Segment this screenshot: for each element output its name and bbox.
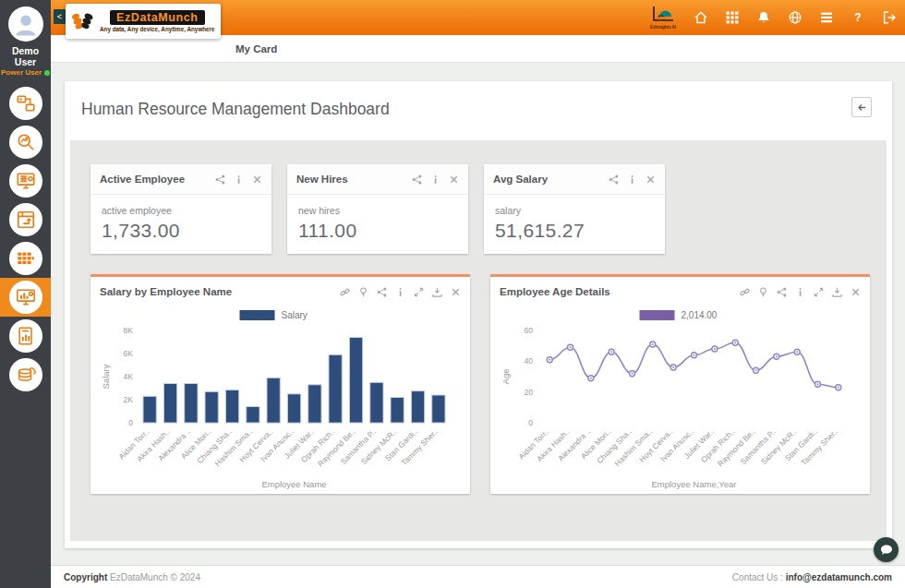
close-icon[interactable] (449, 174, 459, 185)
logo-title: EzDataMunch (110, 10, 205, 25)
svg-text:Salary: Salary (101, 364, 111, 389)
kpi-value: 111.00 (298, 220, 457, 242)
share-icon[interactable] (377, 287, 387, 297)
globe-icon[interactable] (789, 11, 802, 24)
sidebar-item-data-connector[interactable] (0, 84, 51, 123)
logout-icon[interactable] (883, 11, 896, 24)
svg-text:2,014.00: 2,014.00 (682, 310, 718, 320)
salary-bar-chart[interactable]: Salary02K4K6K8KSalaryAidan Torr..Akira H… (90, 306, 470, 491)
info-icon[interactable] (795, 287, 805, 297)
data-warehouse-icon (16, 365, 36, 385)
kpi-title: Avg Salary (493, 174, 548, 185)
svg-text:Employee Name: Employee Name (261, 479, 326, 489)
svg-text:Age: Age (501, 369, 511, 385)
svg-text:0: 0 (128, 418, 133, 427)
download-icon[interactable] (832, 287, 842, 297)
user-profile: Demo User Power User (0, 0, 51, 77)
kpi-value: 51,615.27 (495, 220, 654, 242)
person-icon (12, 10, 40, 38)
kpi-card-active-employee: Active Employee active employee 1,733.00 (90, 164, 272, 254)
tab-bar: My Card (51, 35, 905, 63)
user-name: Demo User (0, 45, 51, 67)
kpi-card-avg-salary: Avg Salary salary 51,615.27 (484, 164, 665, 254)
dashboard-canvas: Active Employee active employee 1,733.00… (70, 140, 887, 541)
notifications-bell-icon[interactable] (757, 11, 770, 24)
svg-text:Employee Name,Year: Employee Name,Year (651, 479, 736, 489)
kpi-title: Active Employee (100, 174, 185, 185)
tab-my-card[interactable]: My Card (235, 43, 277, 54)
data-grid-monitor-icon (16, 171, 36, 191)
info-icon[interactable] (234, 174, 244, 185)
svg-text:60: 60 (525, 326, 534, 335)
help-icon[interactable]: ? (851, 11, 864, 24)
expand-icon[interactable] (814, 287, 824, 297)
user-role: Power User (1, 68, 42, 77)
share-icon[interactable] (777, 287, 787, 297)
sidebar-item-search-insights[interactable] (0, 123, 51, 162)
svg-text:20: 20 (525, 388, 534, 397)
svg-text:6K: 6K (124, 349, 134, 358)
ezinsights-logo[interactable]: EzInsights AI (650, 6, 676, 30)
sidebar-item-data-grid[interactable] (0, 162, 51, 200)
chart-title: Employee Age Details (500, 286, 610, 297)
handshake-logo-icon (71, 10, 95, 32)
chat-button[interactable] (874, 537, 899, 562)
sidebar-item-report[interactable] (0, 317, 51, 355)
kpi-label: active employee (102, 205, 260, 216)
task-list-icon[interactable] (820, 11, 833, 24)
avatar[interactable] (8, 6, 43, 42)
info-icon[interactable] (627, 174, 637, 185)
expand-icon[interactable] (414, 287, 424, 297)
download-icon[interactable] (432, 287, 442, 297)
kpi-value: 1,733.00 (102, 220, 260, 242)
chart-title: Salary by Employee Name (100, 286, 232, 297)
kpi-label: new hires (298, 205, 457, 216)
data-connector-icon (16, 93, 36, 114)
info-icon[interactable] (395, 287, 405, 297)
info-icon[interactable] (430, 174, 440, 185)
online-status-dot (44, 70, 50, 76)
sidebar-item-data-blocks[interactable] (0, 239, 51, 278)
page-title: Human Resource Management Dashboard (81, 100, 390, 119)
sidebar-item-data-warehouse[interactable] (0, 355, 51, 394)
close-icon[interactable] (646, 174, 656, 185)
svg-text:Salary: Salary (282, 310, 308, 320)
contact-text: Contact Us : info@ezdatamunch.com (732, 572, 892, 582)
back-button[interactable] (851, 97, 872, 117)
insight-bulb-icon[interactable] (758, 287, 768, 297)
dashboard-icon (16, 287, 36, 307)
age-line-chart[interactable]: 2,014.000204060AgeAidan Torr..Akira Hash… (490, 306, 870, 491)
ezinsights-chart-icon (651, 6, 675, 24)
contact-email[interactable]: info@ezdatamunch.com (786, 572, 892, 582)
chart-card-salary-by-employee: Salary by Employee Name Salary02K4K6K8KS… (90, 274, 470, 494)
apps-grid-icon[interactable] (726, 11, 739, 24)
chat-bubble-icon (880, 545, 893, 556)
kpi-title: New Hires (296, 174, 348, 185)
home-icon[interactable] (694, 11, 707, 24)
footer: Copyright EzDataMunch © 2024 Contact Us … (51, 565, 905, 588)
share-icon[interactable] (412, 174, 422, 185)
charts-row: Salary by Employee Name Salary02K4K6K8KS… (70, 254, 887, 494)
ezdatamunch-logo[interactable]: EzDataMunch Any data, Any device, Anytim… (66, 4, 221, 39)
link-icon[interactable] (340, 287, 350, 297)
kpi-label: salary (495, 205, 654, 216)
share-icon[interactable] (215, 174, 225, 185)
insight-bulb-icon[interactable] (358, 287, 368, 297)
sidebar-item-app-window[interactable] (0, 200, 51, 239)
sidebar-nav (0, 84, 51, 394)
svg-text:2K: 2K (124, 395, 134, 404)
sidebar-item-dashboard[interactable] (0, 278, 51, 317)
dashboard-panel: Human Resource Management Dashboard Acti… (65, 81, 892, 548)
close-icon[interactable] (451, 287, 461, 297)
share-icon[interactable] (609, 174, 619, 185)
ezinsights-caption: EzInsights AI (650, 25, 676, 30)
link-icon[interactable] (740, 287, 750, 297)
close-icon[interactable] (252, 174, 262, 185)
sidebar-collapse-button[interactable]: < (54, 9, 66, 24)
close-icon[interactable] (851, 287, 861, 297)
search-insights-icon (16, 132, 36, 152)
kpi-card-new-hires: New Hires new hires 111.00 (287, 164, 468, 254)
sidebar: Demo User Power User (0, 0, 51, 588)
app-window-icon (16, 210, 36, 230)
back-arrow-icon (857, 102, 867, 113)
